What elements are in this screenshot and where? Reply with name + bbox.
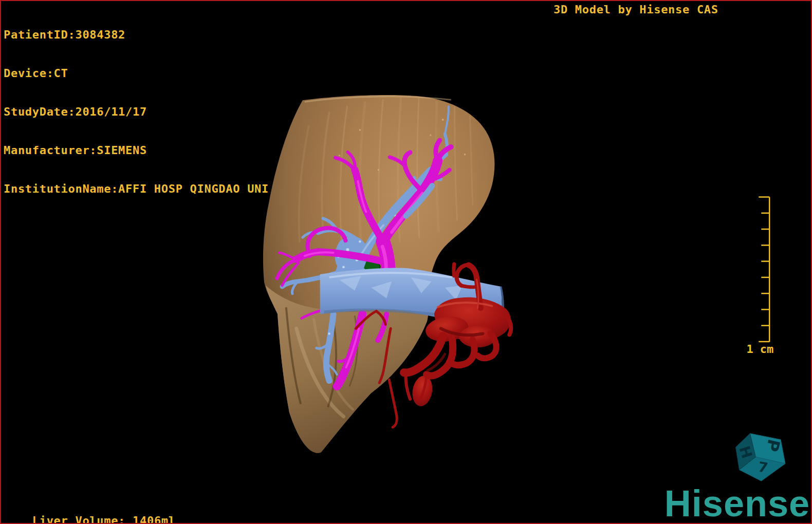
scale-bar-label: 1 cm bbox=[746, 343, 773, 355]
liver-volume-label: Liver Volume: bbox=[32, 514, 125, 524]
liver-volume-value: 1406ml bbox=[133, 514, 176, 524]
orientation-cube[interactable]: P H 7 bbox=[735, 434, 785, 481]
cas-viewer-window: 1 cm P H 7 PatientID:3084382 Device:CT S… bbox=[0, 0, 812, 524]
scale-bar: 1 cm bbox=[746, 197, 773, 355]
patient-id-line: PatientID:3084382 bbox=[4, 28, 269, 41]
patient-info-block: PatientID:3084382 Device:CT StudyDate:20… bbox=[4, 3, 269, 221]
device-line: Device:CT bbox=[4, 67, 269, 80]
institution-name-line: InstitutionName:AFFI HOSP QINGDAO UNI bbox=[4, 182, 269, 195]
manufacturer-line: Manufacturer:SIEMENS bbox=[4, 144, 269, 157]
liver-volume-readout: Liver Volume:1406ml bbox=[4, 501, 176, 524]
hisense-logo: Hisense bbox=[665, 485, 810, 522]
study-date-line: StudyDate:2016/11/17 bbox=[4, 105, 269, 118]
watermark-title: 3D Model by Hisense CAS bbox=[553, 3, 718, 16]
